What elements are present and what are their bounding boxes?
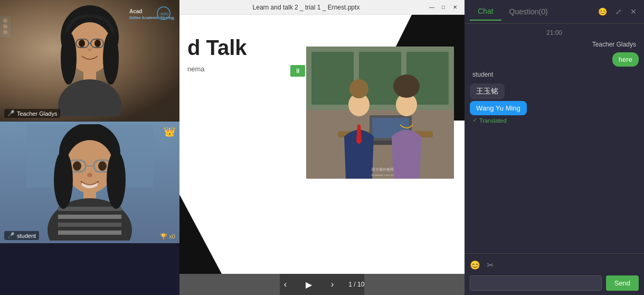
chat-icon-smiley[interactable]: 😊	[596, 6, 609, 17]
scissors-button[interactable]: ✂	[487, 260, 494, 270]
chat-icon-close[interactable]: ✕	[628, 6, 639, 17]
teacher-name-tag: Teacher Gladys	[17, 110, 57, 117]
svg-point-24	[98, 161, 107, 171]
acadsoc-logo-svg: Acad Online Academic Strategy soc	[127, 5, 174, 26]
checkmark-icon: ✓	[472, 117, 477, 124]
chat-timestamp: 21:00	[470, 29, 639, 36]
translated-text: Translated	[479, 117, 507, 124]
svg-point-11	[61, 32, 77, 85]
svg-point-25	[87, 173, 92, 177]
student-figure	[26, 124, 153, 241]
translated-badge: ✓ Translated	[470, 117, 639, 124]
teacher-label: 🎤 Teacher Gladys	[4, 109, 60, 118]
maximize-button[interactable]: □	[439, 3, 448, 12]
slide-title: d Talk	[187, 36, 247, 60]
acadsoc-logo: Acad Online Academic Strategy soc	[127, 5, 174, 27]
svg-point-12	[103, 32, 119, 85]
window-title: Learn and talk 2 _ trial 1 _ Ernest.pptx	[185, 4, 428, 11]
slide-play-button[interactable]: ▶	[301, 278, 316, 292]
student-label: 🎤 student	[4, 231, 39, 240]
window-titlebar: Learn and talk 2 _ trial 1 _ Ernest.pptx…	[179, 0, 465, 15]
svg-point-33	[107, 151, 126, 209]
svg-text:Acadsoc.com.cn: Acadsoc.com.cn	[371, 173, 394, 177]
crown-icon: 👑	[164, 126, 175, 137]
teacher-message-bubble: here	[612, 52, 639, 67]
center-panel: Learn and talk 2 _ trial 1 _ Ernest.pptx…	[179, 0, 465, 295]
emoji-button[interactable]: 😊	[470, 260, 480, 270]
svg-text:阿卡索外教网: 阿卡索外教网	[372, 168, 394, 171]
tab-chat[interactable]: Chat	[470, 3, 501, 21]
svg-point-23	[73, 161, 81, 171]
student-video: 👑 🎤 student 🏆 x0	[0, 122, 179, 243]
chat-input-row: Send	[470, 272, 639, 291]
chat-messages: 21:00 Teacher Gladys here student 王玉铭 Wa…	[465, 24, 644, 253]
chat-input-area: 😊 ✂ Send	[465, 253, 644, 295]
svg-point-48	[393, 75, 420, 98]
slide-subtitle: nema	[187, 65, 205, 73]
svg-point-46	[349, 79, 368, 98]
chat-text-input[interactable]	[470, 275, 602, 291]
slide-photo-svg: 阿卡索外教网 Acadsoc.com.cn	[306, 47, 454, 179]
svg-point-4	[79, 40, 85, 47]
chat-toolbar: 😊 ✂	[470, 258, 639, 272]
student-message-group: 王玉铭 Wang Yu Ming ✓ Translated	[470, 84, 639, 124]
chat-icon-resize[interactable]: ⤢	[613, 6, 624, 17]
svg-point-5	[94, 40, 101, 47]
student-mic-icon: 🎤	[7, 232, 15, 239]
trophy-area: 🏆 x0	[160, 233, 175, 240]
teacher-video: Acad Online Academic Strategy soc 🎤 Teac…	[0, 0, 179, 122]
slide-title-area: d Talk ⏸	[187, 36, 247, 60]
slide-prev-button[interactable]: ‹	[280, 278, 291, 291]
svg-rect-36	[311, 52, 354, 105]
minimize-button[interactable]: —	[428, 3, 436, 12]
tab-question[interactable]: Question(0)	[501, 3, 556, 20]
left-panel: Acad Online Academic Strategy soc 🎤 Teac…	[0, 0, 179, 295]
svg-point-10	[58, 79, 121, 116]
svg-text:Acad: Acad	[129, 8, 142, 14]
slide-counter: 1 / 10	[348, 281, 364, 288]
student-name-tag: student	[17, 233, 36, 239]
chat-header: Chat Question(0) 😊 ⤢ ✕	[465, 0, 644, 24]
send-button[interactable]: Send	[606, 275, 639, 291]
slide-photo: 阿卡索外教网 Acadsoc.com.cn	[306, 47, 454, 179]
teacher-message-name: Teacher Gladys	[470, 41, 639, 48]
chinese-message-bubble: 王玉铭	[470, 84, 505, 99]
right-panel: Chat Question(0) 😊 ⤢ ✕ 21:00 Teacher Gla…	[465, 0, 644, 295]
slide-next-button[interactable]: ›	[327, 278, 338, 291]
trophy-icon: 🏆 x0	[160, 233, 175, 239]
svg-text:soc: soc	[160, 11, 169, 16]
close-button[interactable]: ✕	[451, 3, 459, 12]
slide-content: d Talk ⏸ nema	[179, 15, 465, 274]
student-video-content	[0, 122, 179, 243]
slide-pause-button[interactable]: ⏸	[290, 65, 305, 77]
chat-header-icons: 😊 ⤢ ✕	[596, 6, 639, 17]
slide-container: d Talk ⏸ nema	[179, 15, 465, 295]
svg-point-32	[54, 151, 73, 209]
student-message-label: student	[470, 71, 639, 78]
window-controls: — □ ✕	[428, 3, 459, 12]
mic-icon: 🎤	[7, 110, 15, 117]
slide-controls: ‹ ▶ › 1 / 10	[280, 274, 365, 295]
translated-message-bubble: Wang Yu Ming	[470, 101, 527, 115]
